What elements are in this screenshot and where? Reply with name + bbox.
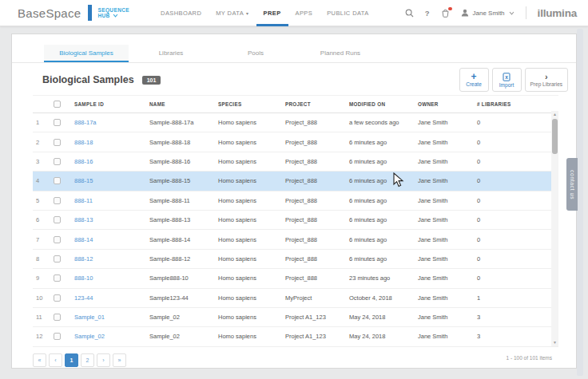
table-row[interactable]: 8 888-12 Sample-888-12 Homo sapiens Proj… (33, 249, 558, 268)
scroll-up-icon[interactable]: ▲ (553, 111, 557, 118)
samples-table: SAMPLE IDNAMESPECIESPROJECTMODIFIED ONOW… (33, 95, 558, 347)
cell-modified: 6 minutes ago (346, 191, 415, 210)
nav-item[interactable]: APPS (288, 0, 320, 26)
page-button[interactable]: » (113, 353, 126, 367)
row-checkbox[interactable] (54, 294, 61, 302)
cell-owner: Jane Smith (415, 230, 474, 249)
tab[interactable]: Biological Samples (44, 45, 129, 62)
nav-item[interactable]: PREP (256, 0, 288, 26)
cell-libraries: 0 (474, 132, 558, 152)
sample-id-link[interactable]: 888-16 (74, 158, 93, 165)
page-button[interactable]: 2 (81, 353, 94, 367)
page-button[interactable]: › (97, 353, 110, 367)
row-checkbox[interactable] (54, 119, 61, 126)
cell-owner: Jane Smith (415, 152, 474, 171)
table-row[interactable]: 6 888-13 Sample-888-13 Homo sapiens Proj… (33, 210, 558, 229)
row-number: 2 (33, 132, 50, 152)
row-checkbox[interactable] (54, 216, 61, 223)
nav-item[interactable]: DASHBOARD (153, 0, 209, 26)
row-number: 5 (33, 191, 50, 210)
table-row[interactable]: 9 888-10 Sample888-10 Homo sapiens Proje… (33, 269, 558, 288)
row-checkbox[interactable] (54, 197, 61, 204)
import-button[interactable]: x Import (492, 68, 522, 92)
row-checkbox[interactable] (54, 314, 61, 321)
chevron-right-icon: › (545, 73, 548, 81)
table-row[interactable]: 5 888-11 Sample-888-11 Homo sapiens Proj… (33, 191, 558, 210)
cell-owner: Jane Smith (415, 191, 474, 210)
cell-species: Homo sapiens (215, 269, 282, 288)
page-button[interactable]: « (33, 353, 46, 367)
cell-name: Sample-888-13 (146, 210, 215, 229)
row-checkbox[interactable] (54, 255, 61, 263)
table-row[interactable]: 11 Sample_01 Sample_02 Homo sapiens Proj… (33, 307, 558, 326)
help-icon[interactable]: ? (425, 9, 430, 18)
scrollbar-thumb[interactable] (552, 119, 558, 154)
nav-item[interactable]: MY DATA ▾ (209, 0, 256, 26)
sample-id-link[interactable]: 888-13 (74, 216, 93, 223)
row-checkbox[interactable] (54, 177, 61, 184)
table-row[interactable]: 2 888-18 Sample-888-18 Homo sapiens Proj… (33, 132, 558, 152)
row-number: 4 (33, 172, 50, 191)
cell-modified: 6 minutes ago (346, 172, 415, 191)
table-scrollbar[interactable]: ▲ ▼ (551, 111, 558, 346)
table-row[interactable]: 10 123-44 Sample123-44 Homo sapiens MyPr… (33, 288, 558, 307)
table-row[interactable]: 7 888-14 Sample-888-14 Homo sapiens Proj… (33, 230, 558, 249)
nav-item[interactable]: PUBLIC DATA (320, 0, 375, 26)
user-menu[interactable]: Jane Smith (461, 9, 514, 17)
chevron-down-icon[interactable] (113, 14, 118, 18)
select-all-checkbox[interactable] (54, 101, 61, 108)
cell-libraries: 0 (474, 113, 558, 132)
basespace-brand[interactable]: BaseSpace SEQUENCE HUB (18, 5, 129, 21)
svg-text:x: x (505, 73, 508, 79)
contact-us-tab[interactable]: contact us (566, 158, 578, 211)
cell-modified: 23 minutes ago (346, 269, 415, 288)
row-checkbox[interactable] (54, 274, 61, 282)
content-card: Biological Samples Libraries Pools Plann… (11, 34, 577, 369)
sample-id-link[interactable]: 123-44 (74, 294, 93, 302)
page-button[interactable]: 1 (65, 353, 78, 367)
sample-id-link[interactable]: Sample_02 (74, 333, 105, 340)
prep-libraries-button[interactable]: › Prep Libraries (525, 68, 568, 92)
tab[interactable]: Planned Runs (298, 45, 383, 62)
create-button[interactable]: + Create (459, 68, 489, 92)
scroll-down-icon[interactable]: ▼ (553, 339, 557, 346)
sample-id-link[interactable]: Sample_01 (74, 314, 105, 321)
column-header: NAME (146, 96, 215, 113)
sample-id-link[interactable]: 888-12 (74, 255, 93, 263)
cell-species: Homo sapiens (215, 172, 282, 191)
cell-project: Project_888 (282, 230, 346, 249)
sample-id-link[interactable]: 888-11 (74, 197, 93, 204)
cell-owner: Jane Smith (415, 307, 474, 326)
sample-id-link[interactable]: 888-10 (74, 274, 93, 282)
row-checkbox[interactable] (54, 333, 61, 340)
table-row[interactable]: 1 888-17a Sample-888-17a Homo sapiens Pr… (33, 113, 558, 132)
search-icon[interactable] (405, 9, 414, 18)
tab[interactable]: Pools (213, 45, 298, 62)
cell-name: Sample-888-17a (146, 113, 215, 132)
cell-modified: 6 minutes ago (346, 249, 415, 268)
user-name: Jane Smith (473, 10, 505, 17)
sample-id-link[interactable]: 888-14 (74, 236, 93, 243)
page-scrollbar[interactable] (577, 29, 583, 376)
tab[interactable]: Libraries (129, 45, 213, 62)
cell-libraries: 0 (474, 172, 558, 191)
row-checkbox[interactable] (54, 139, 61, 146)
row-checkbox[interactable] (54, 236, 61, 243)
row-checkbox[interactable] (54, 158, 61, 165)
brand-divider-bar (88, 5, 92, 21)
table-row[interactable]: 3 888-16 Sample-888-16 Homo sapiens Proj… (33, 152, 558, 171)
row-number-header (33, 96, 50, 113)
table-row[interactable]: 12 Sample_02 Sample_02 Homo sapiens Proj… (33, 327, 558, 346)
cell-project: Project_888 (282, 113, 346, 132)
cart-icon[interactable] (441, 9, 450, 18)
sample-id-link[interactable]: 888-17a (74, 119, 97, 126)
cell-species: Homo sapiens (215, 307, 282, 326)
sample-id-link[interactable]: 888-15 (74, 177, 93, 184)
row-number: 6 (33, 210, 50, 229)
cell-modified: 6 minutes ago (346, 132, 415, 152)
table-row[interactable]: 4 888-15 Sample-888-15 Homo sapiens Proj… (33, 172, 558, 191)
column-header: SPECIES (215, 96, 282, 113)
sample-id-link[interactable]: 888-18 (74, 139, 93, 146)
column-header: OWNER (415, 96, 474, 113)
page-button[interactable]: ‹ (49, 353, 62, 367)
